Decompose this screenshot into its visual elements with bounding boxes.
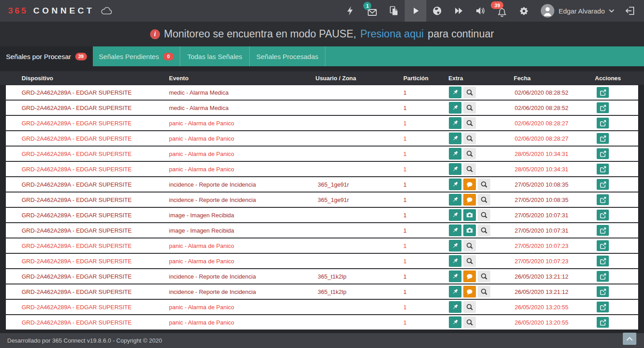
tab-senales-por-procesar[interactable]: Señales por Procesar 39 [0, 46, 93, 66]
open-signal-button[interactable] [597, 240, 609, 251]
avatar [541, 4, 554, 18]
search-button[interactable] [463, 133, 476, 144]
play-button[interactable] [405, 0, 426, 22]
pin-button[interactable] [449, 240, 461, 252]
tab-todas-las-senales[interactable]: Todas las Señales [180, 46, 250, 66]
notifications-count-badge: 39 [491, 1, 503, 9]
bolt-button[interactable] [340, 0, 361, 22]
cell-event: panic - Alarma de Panico [169, 243, 315, 249]
search-button[interactable] [463, 316, 476, 328]
search-button[interactable] [478, 286, 490, 298]
logout-button[interactable] [623, 4, 637, 18]
scroll-to-top-button[interactable] [623, 333, 636, 345]
messages-button[interactable]: 1 [361, 0, 383, 22]
open-signal-button[interactable] [597, 148, 609, 159]
open-signal-button[interactable] [597, 256, 609, 266]
search-button[interactable] [463, 163, 476, 175]
app-logo[interactable]: 365 CONNECT [8, 6, 114, 16]
cell-device: GRD-2A462A289A - EDGAR SUPERSITE [6, 120, 169, 127]
chat-bubble-icon [466, 273, 473, 280]
pin-button[interactable] [449, 102, 461, 114]
notifications-button[interactable]: 39 [491, 0, 513, 22]
search-button[interactable] [478, 194, 490, 206]
pin-button[interactable] [449, 163, 461, 175]
table-row: GRD-2A462A289A - EDGAR SUPERSITE panic -… [6, 147, 638, 161]
copy-button[interactable] [383, 0, 405, 22]
pin-button[interactable] [449, 255, 461, 267]
pin-button[interactable] [449, 194, 461, 206]
open-signal-button[interactable] [597, 225, 609, 236]
search-button[interactable] [463, 148, 476, 160]
table-row: GRD-2A462A289A - EDGAR SUPERSITE panic -… [6, 131, 638, 146]
cell-user-zone: 365_1ge91r [315, 197, 401, 203]
external-link-icon [599, 227, 607, 234]
cell-extra [446, 148, 512, 160]
chat-button[interactable] [463, 286, 476, 298]
magnifier-icon [466, 134, 474, 142]
tab-count-badge: 0 [163, 53, 174, 60]
cell-event: medic - Alarma Medica [169, 89, 315, 96]
open-signal-button[interactable] [597, 118, 609, 128]
pin-button[interactable] [449, 286, 461, 298]
camera-button[interactable] [463, 224, 476, 236]
search-button[interactable] [463, 301, 476, 313]
pin-button[interactable] [449, 117, 461, 129]
table-row: GRD-2A462A289A - EDGAR SUPERSITE inciden… [6, 177, 638, 192]
tab-label: Señales Pendientes [99, 53, 159, 60]
column-header-fecha: Fecha [512, 75, 594, 82]
search-button[interactable] [478, 224, 490, 236]
chat-bubble-icon [466, 181, 473, 188]
camera-button[interactable] [463, 209, 476, 221]
search-button[interactable] [463, 87, 476, 98]
cell-device: GRD-2A462A289A - EDGAR SUPERSITE [6, 181, 169, 188]
chat-button[interactable] [463, 194, 476, 206]
tab-senales-procesadas[interactable]: Señales Procesadas [250, 46, 325, 66]
search-button[interactable] [463, 240, 476, 252]
search-button[interactable] [463, 117, 476, 129]
pin-button[interactable] [449, 224, 461, 236]
resume-link[interactable]: Presiona aqui [360, 28, 424, 40]
open-signal-button[interactable] [597, 179, 609, 190]
pin-button[interactable] [449, 179, 461, 190]
pin-button[interactable] [449, 87, 461, 98]
cell-date: 02/06/2020 08:28:27 [512, 120, 594, 127]
open-signal-button[interactable] [597, 87, 609, 98]
settings-button[interactable] [513, 0, 534, 22]
volume-icon [475, 5, 486, 16]
open-signal-button[interactable] [597, 271, 609, 282]
open-signal-button[interactable] [597, 133, 609, 144]
cell-partition: 1 [401, 120, 446, 127]
chat-button[interactable] [463, 270, 476, 282]
globe-button[interactable] [426, 0, 448, 22]
pin-button[interactable] [449, 133, 461, 144]
search-button[interactable] [478, 270, 490, 282]
open-signal-button[interactable] [597, 317, 609, 328]
fast-forward-button[interactable] [448, 0, 470, 22]
chat-bubble-icon [466, 197, 473, 203]
open-signal-button[interactable] [597, 210, 609, 220]
chat-button[interactable] [463, 179, 476, 190]
search-button[interactable] [463, 102, 476, 114]
open-signal-button[interactable] [597, 102, 609, 113]
magnifier-icon [466, 165, 474, 173]
open-signal-button[interactable] [597, 286, 609, 297]
search-button[interactable] [478, 179, 490, 190]
tab-senales-pendientes[interactable]: Señales Pendientes 0 [93, 46, 180, 66]
open-signal-button[interactable] [597, 164, 609, 174]
pin-button[interactable] [449, 316, 461, 328]
open-signal-button[interactable] [597, 302, 609, 312]
open-signal-button[interactable] [597, 194, 609, 205]
pin-button[interactable] [449, 209, 461, 221]
external-link-icon [599, 135, 607, 142]
user-menu[interactable]: Edgar Alvarado [541, 4, 614, 18]
search-button[interactable] [463, 255, 476, 267]
pin-button[interactable] [449, 301, 461, 313]
volume-button[interactable] [470, 0, 491, 22]
search-button[interactable] [478, 209, 490, 221]
cell-extra [446, 117, 512, 129]
cell-event: panic - Alarma de Panico [169, 166, 315, 173]
pin-button[interactable] [449, 270, 461, 282]
cell-extra [446, 316, 512, 328]
pause-banner: i Monitoreo se encuentra en modo PAUSE, … [0, 22, 644, 46]
pin-button[interactable] [449, 148, 461, 160]
